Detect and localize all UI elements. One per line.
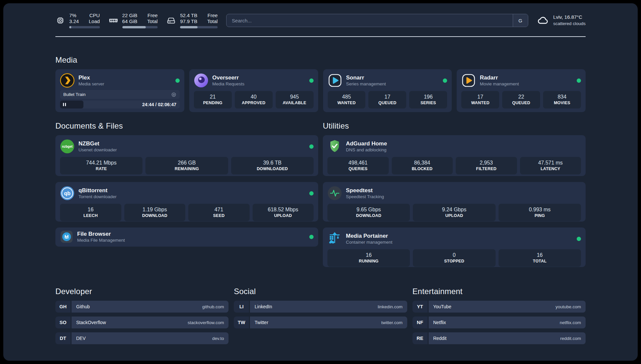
cpu-usage: 7% [69, 13, 79, 18]
netflix-name: Netflix [433, 320, 446, 325]
qbittorrent-desc: Torrent downloader [78, 194, 117, 199]
section-entertainment: Entertainment YT YouTubeyoutube.com NF N… [412, 287, 586, 344]
bookmark-reddit[interactable]: RE Redditreddit.com [412, 332, 586, 344]
bookmark-netflix[interactable]: NF Netflixnetflix.com [412, 317, 586, 328]
cpu-label-2: Load [89, 18, 100, 24]
radarr-stat-movies: 834MOVIES [543, 91, 581, 108]
sonarr-status-dot [443, 78, 447, 83]
now-playing-progress: 24:44 / 02:06:47 [60, 101, 180, 108]
radarr-stat-wanted: 17WANTED [461, 91, 499, 108]
card-portainer[interactable]: Media Portainer Container management 16R… [323, 228, 586, 267]
qbittorrent-stat-download: 1.19 GbpsDOWNLOAD [124, 204, 186, 221]
overseerr-status-dot [309, 78, 314, 83]
adguard-stat-filtered: 2,953FILTERED [456, 157, 517, 174]
stackoverflow-abbr: SO [55, 317, 71, 328]
search-engine-button[interactable]: G [513, 14, 528, 27]
bookmark-github[interactable]: GH Githubgithub.com [55, 301, 229, 313]
weather-location: Lviv, 16.87°C [553, 14, 586, 20]
card-plex[interactable]: Plex Media server Bullet Train 24:44 / 0… [55, 69, 184, 112]
adguard-title: AdGuard Home [346, 140, 387, 147]
reddit-abbr: RE [412, 332, 428, 344]
memory-free: 22 GiB [122, 13, 137, 18]
portainer-title: Media Portainer [346, 232, 392, 239]
plex-title: Plex [78, 74, 104, 81]
weather-condition: scattered clouds [553, 20, 586, 27]
memory-progress-fill [122, 26, 146, 28]
nzbget-icon: nzbget [60, 139, 75, 154]
bookmark-stackoverflow[interactable]: SO StackOverflowstackoverflow.com [55, 317, 229, 328]
pause-button[interactable] [63, 103, 66, 106]
documents-section-title: Documents & Files [55, 121, 318, 131]
github-name: Github [76, 304, 90, 309]
cpu-load: 3.24 [69, 18, 79, 24]
overseerr-stat-pending: 21PENDING [194, 91, 232, 108]
qbittorrent-stat-seed: 471SEED [188, 204, 250, 221]
card-overseerr[interactable]: Overseerr Media Requests 21PENDING 40APP… [189, 69, 318, 112]
now-playing-title-row: Bullet Train [60, 90, 180, 99]
cpu-stat: 7% CPU 3.24 Load [55, 13, 100, 28]
card-speedtest[interactable]: Speedtest Speedtest Tracking 9.65 GbpsDO… [323, 182, 586, 222]
cpu-progress-fill [69, 26, 71, 28]
svg-text:nzbget: nzbget [62, 145, 73, 148]
disk-progress-fill [180, 26, 197, 28]
twitter-abbr: TW [234, 317, 249, 328]
adguard-stat-blocked: 86,384BLOCKED [392, 157, 453, 174]
memory-stat: 22 GiB Free 64 GiB Total [108, 13, 158, 28]
bookmark-youtube[interactable]: YT YouTubeyoutube.com [412, 301, 586, 313]
overseerr-desc: Media Requests [212, 81, 245, 87]
youtube-name: YouTube [433, 304, 451, 309]
linkedin-name: LinkedIn [255, 304, 272, 309]
sonarr-stat-wanted: 485WANTED [328, 91, 366, 108]
section-utilities: Utilities AdGuard Home DNS and adblockin… [323, 121, 586, 267]
section-developer: Developer GH Githubgithub.com SO StackOv… [55, 287, 229, 344]
disk-label-1: Free [207, 13, 218, 18]
memory-icon [108, 15, 118, 25]
overseerr-stat-available: 945AVAILABLE [276, 91, 314, 108]
nzbget-stat-remaining: 266 GBREMAINING [145, 157, 228, 174]
radarr-desc: Movie management [480, 81, 519, 87]
sonarr-desc: Series management [346, 81, 386, 87]
nzbget-desc: Usenet downloader [78, 147, 117, 153]
camera-icon[interactable] [171, 92, 176, 97]
card-filebrowser[interactable]: File Browser Media File Management [55, 228, 318, 247]
portainer-desc: Container management [346, 239, 392, 245]
reddit-name: Reddit [433, 336, 446, 341]
sonarr-stat-series: 196SERIES [409, 91, 447, 108]
section-social: Social LI LinkedInlinkedin.com TW Twitte… [234, 287, 407, 344]
qbittorrent-status-dot [309, 191, 314, 196]
dev-abbr: DT [55, 332, 71, 344]
stackoverflow-url: stackoverflow.com [188, 320, 224, 325]
bookmark-twitter[interactable]: TW Twittertwitter.com [234, 317, 407, 328]
bookmark-linkedin[interactable]: LI LinkedInlinkedin.com [234, 301, 407, 313]
portainer-stat-stopped: 0STOPPED [413, 249, 495, 267]
disk-progress-track [180, 26, 218, 28]
card-qbittorrent[interactable]: qb qBittorrent Torrent downloader 16LEEC… [55, 182, 318, 222]
search-input[interactable] [227, 14, 513, 27]
card-sonarr[interactable]: Sonarr Series management 485WANTED 17QUE… [323, 69, 452, 112]
cpu-label-1: CPU [89, 13, 100, 18]
card-radarr[interactable]: Radarr Movie management 17WANTED 22QUEUE… [457, 69, 586, 112]
qbittorrent-icon: qb [60, 186, 75, 200]
reddit-url: reddit.com [560, 336, 581, 341]
memory-label-2: Total [147, 18, 158, 24]
twitter-url: twitter.com [381, 320, 403, 325]
qbittorrent-stat-upload: 618.52 MbpsUPLOAD [253, 204, 314, 221]
radarr-status-dot [577, 78, 581, 83]
plex-status-dot [175, 78, 180, 83]
card-adguard[interactable]: AdGuard Home DNS and adblocking 498,461Q… [323, 135, 586, 176]
linkedin-url: linkedin.com [378, 304, 403, 309]
filebrowser-icon [60, 230, 73, 243]
radarr-icon [461, 73, 476, 88]
disk-free: 52.4 TB [180, 13, 197, 18]
filebrowser-desc: Media File Management [77, 237, 125, 243]
youtube-abbr: YT [412, 301, 428, 313]
cloud-icon [537, 14, 549, 27]
card-nzbget[interactable]: nzbget NZBGet Usenet downloader 744.21 M… [55, 135, 318, 176]
overseerr-icon [194, 73, 208, 88]
entertainment-section-title: Entertainment [412, 287, 586, 296]
section-documents: Documents & Files nzbget NZBGet Usenet d… [55, 121, 318, 267]
disk-label-2: Total [207, 18, 218, 24]
bookmark-dev[interactable]: DT DEVdev.to [55, 332, 229, 344]
adguard-icon [327, 139, 342, 154]
adguard-desc: DNS and adblocking [346, 147, 387, 153]
